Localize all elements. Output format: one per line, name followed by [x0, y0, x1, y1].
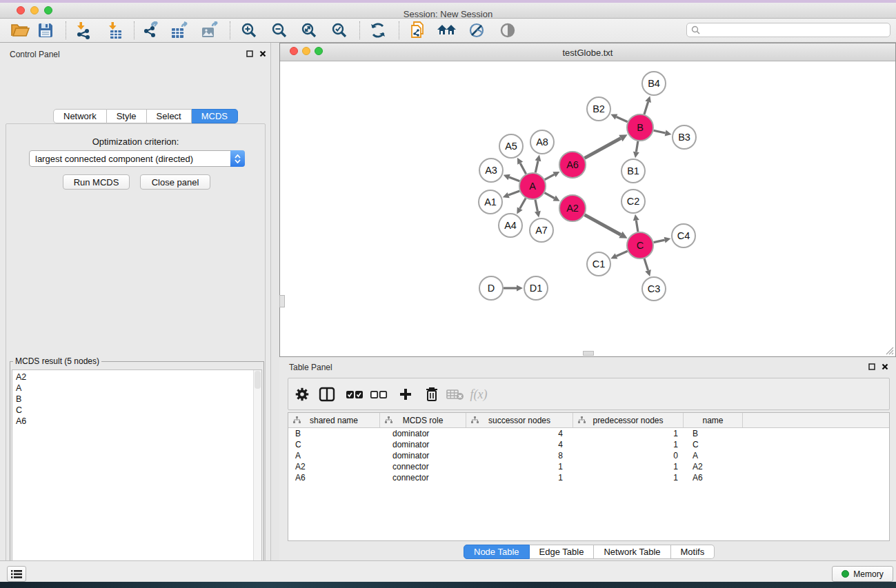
column-header-successor-nodes[interactable]: successor nodes	[466, 413, 573, 427]
graph-edge-B-B1[interactable]	[636, 141, 637, 152]
graph-node-A4[interactable]: A4	[499, 214, 522, 237]
graph-edge-B-B2[interactable]	[617, 116, 628, 121]
tab-select[interactable]: Select	[147, 109, 192, 123]
tab-network[interactable]: Network	[53, 109, 107, 123]
resize-grip-icon[interactable]	[884, 345, 894, 355]
graph-node-A[interactable]: A	[519, 173, 546, 199]
clone-network-icon[interactable]	[405, 20, 430, 41]
graph-node-A3[interactable]: A3	[479, 159, 503, 182]
column-header-MCDS-role[interactable]: MCDS role	[380, 413, 466, 427]
table-settings-icon[interactable]	[291, 385, 313, 404]
table-row[interactable]: A6connector11A6	[288, 472, 889, 483]
tab-edge-table[interactable]: Edge Table	[530, 545, 595, 559]
save-session-icon[interactable]	[33, 20, 58, 41]
float-table-panel-icon[interactable]	[867, 362, 877, 372]
export-image-icon[interactable]	[198, 20, 223, 41]
tab-style[interactable]: Style	[107, 109, 147, 123]
export-table-icon[interactable]	[168, 20, 192, 41]
home-layout-icon[interactable]	[435, 20, 459, 41]
import-table-icon[interactable]	[103, 20, 128, 41]
function-builder-icon[interactable]: f(x)	[468, 385, 490, 404]
graph-node-A2[interactable]: A2	[559, 195, 586, 221]
tab-motifs[interactable]: Motifs	[671, 545, 715, 559]
vertical-scrollbar-grip[interactable]	[279, 295, 285, 307]
column-visibility-icon[interactable]	[316, 385, 338, 404]
graph-edge-C-C2[interactable]	[636, 221, 638, 232]
node-table[interactable]: shared nameMCDS rolesuccessor nodesprede…	[288, 412, 890, 541]
run-mcds-button[interactable]: Run MCDS	[63, 174, 130, 190]
graph-node-D1[interactable]: D1	[524, 276, 548, 300]
graph-node-C2[interactable]: C2	[621, 190, 645, 213]
zoom-fit-icon[interactable]	[297, 20, 321, 41]
graph-node-C[interactable]: C	[627, 232, 653, 258]
delete-table-icon[interactable]	[444, 385, 466, 404]
graph-edge-A-A5[interactable]	[520, 163, 526, 174]
graph-node-B1[interactable]: B1	[621, 159, 645, 183]
table-row[interactable]: Cdominator41C	[288, 439, 889, 450]
close-panel-icon[interactable]	[258, 49, 268, 59]
tab-network-table[interactable]: Network Table	[594, 545, 670, 559]
delete-column-icon[interactable]	[421, 385, 443, 404]
graph-node-B4[interactable]: B4	[642, 72, 666, 95]
result-item[interactable]: C	[12, 405, 261, 416]
result-item[interactable]: A6	[12, 416, 261, 427]
graph-node-A5[interactable]: A5	[499, 134, 523, 158]
graph-edge-A-A3[interactable]	[509, 177, 519, 181]
mcds-result-list[interactable]: A2ABCA6	[12, 369, 262, 588]
graph-node-A1[interactable]: A1	[479, 190, 502, 214]
deselect-all-icon[interactable]	[368, 385, 390, 404]
graph-edge-A-A8[interactable]	[535, 161, 538, 172]
export-network-icon[interactable]	[139, 20, 163, 41]
refresh-icon[interactable]	[366, 20, 390, 41]
graph-edge-A-A2[interactable]	[545, 193, 555, 199]
criterion-dropdown[interactable]: largest connected component (directed)	[29, 150, 245, 167]
add-column-icon[interactable]	[395, 385, 417, 404]
graph-node-C1[interactable]: C1	[587, 252, 610, 276]
table-row[interactable]: A2connector11A2	[288, 461, 889, 472]
result-item[interactable]: A	[12, 383, 261, 394]
result-item[interactable]: B	[12, 394, 261, 405]
node-table-body[interactable]: Bdominator41BCdominator41CAdominator80AA…	[288, 428, 889, 483]
table-row[interactable]: Bdominator41B	[288, 428, 889, 439]
import-network-icon[interactable]	[71, 20, 96, 41]
tab-node-table[interactable]: Node Table	[464, 545, 530, 559]
zoom-in-icon[interactable]	[237, 20, 261, 41]
zoom-out-icon[interactable]	[267, 20, 292, 41]
graph-edge-C-C4[interactable]	[654, 240, 665, 243]
open-session-icon[interactable]	[8, 20, 32, 41]
main-titlebar[interactable]: Session: New Session	[0, 3, 896, 19]
table-row[interactable]: Adominator80A	[288, 450, 889, 461]
zoom-selected-icon[interactable]	[327, 20, 352, 41]
graph-edge-A-A1[interactable]	[508, 191, 519, 195]
birdseye-icon[interactable]	[495, 20, 520, 41]
network-canvas[interactable]: B4B2BB3A8A5A6A3B1AA1C2A2A4A7C4CC1C3DD1	[280, 61, 895, 356]
column-header-name[interactable]: name	[684, 413, 743, 427]
close-panel-button[interactable]: Close panel	[140, 174, 210, 190]
graph-edge-A-A7[interactable]	[535, 200, 537, 212]
close-table-panel-icon[interactable]	[880, 362, 890, 372]
graph-edge-A2-C[interactable]	[585, 215, 621, 235]
result-item[interactable]: A2	[12, 372, 261, 383]
graph-node-A6[interactable]: A6	[559, 152, 586, 178]
select-all-icon[interactable]	[344, 385, 366, 404]
column-header-shared-name[interactable]: shared name	[288, 413, 380, 427]
horizontal-scrollbar-grip[interactable]	[583, 351, 594, 356]
network-graph[interactable]: B4B2BB3A8A5A6A3B1AA1C2A2A4A7C4CC1C3DD1	[280, 61, 895, 357]
graph-edge-A-A4[interactable]	[520, 198, 526, 208]
graph-edge-A-A6[interactable]	[545, 174, 555, 179]
show-graphics-details-icon[interactable]	[464, 20, 489, 41]
graph-edge-C-C1[interactable]	[617, 251, 628, 256]
graph-node-C3[interactable]: C3	[642, 277, 666, 301]
column-header-predecessor-nodes[interactable]: predecessor nodes	[573, 413, 684, 427]
graph-node-C4[interactable]: C4	[672, 224, 695, 247]
graph-edge-B-B4[interactable]	[644, 102, 648, 114]
graph-node-A7[interactable]: A7	[530, 219, 553, 242]
node-table-header[interactable]: shared nameMCDS rolesuccessor nodesprede…	[288, 413, 889, 428]
graph-edge-B-B3[interactable]	[654, 130, 666, 133]
memory-button[interactable]: Memory	[832, 566, 893, 582]
graph-node-A8[interactable]: A8	[530, 130, 554, 154]
graph-node-B3[interactable]: B3	[673, 125, 696, 149]
graph-edge-C-C3[interactable]	[644, 258, 648, 270]
network-window-titlebar[interactable]: testGlobe.txt	[280, 43, 895, 61]
float-panel-icon[interactable]	[245, 49, 255, 59]
